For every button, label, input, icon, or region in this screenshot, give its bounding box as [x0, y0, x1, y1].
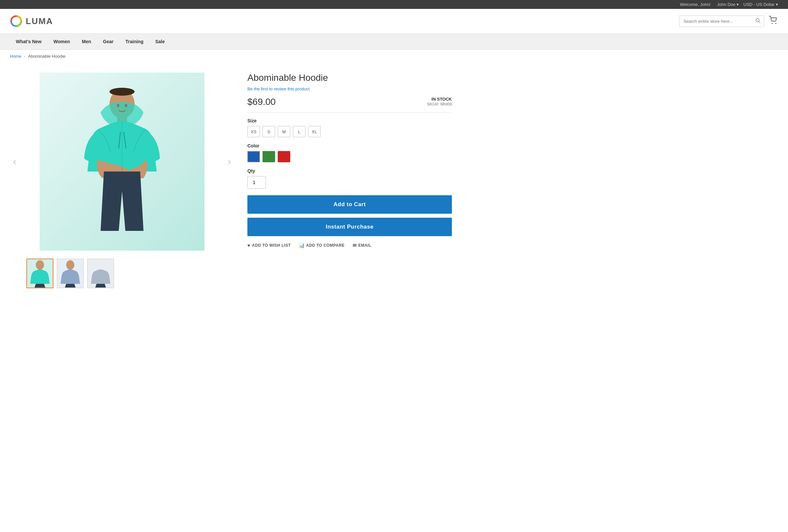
nav-item-training[interactable]: Training — [119, 34, 149, 50]
gallery-prev-button[interactable]: ‹ — [10, 153, 19, 170]
svg-point-4 — [775, 23, 776, 24]
search-box — [679, 16, 764, 27]
currency-menu[interactable]: USD - US Dollar ▾ — [744, 2, 778, 7]
main-product-image — [40, 73, 204, 251]
header-right — [679, 16, 778, 27]
breadcrumb-separator: › — [24, 54, 25, 59]
heart-icon: ♥ — [248, 243, 250, 248]
email-link[interactable]: ✉ EMAIL — [353, 243, 371, 248]
product-title: Abominable Hoodie — [248, 73, 452, 83]
breadcrumb: Home › Abominable Hoodie — [0, 50, 788, 63]
size-s[interactable]: S — [262, 126, 275, 137]
product-sku: SKU#: MH09 — [427, 102, 452, 106]
action-links: ♥ ADD TO WISH LIST 📊 ADD TO COMPARE ✉ EM… — [248, 243, 452, 248]
main-image-container: ‹ — [10, 69, 234, 254]
svg-point-11 — [110, 88, 135, 96]
search-button[interactable] — [752, 16, 764, 27]
search-icon — [755, 18, 761, 23]
product-price: $69.00 — [248, 97, 276, 107]
qty-section: Qty — [248, 168, 452, 189]
search-input[interactable] — [679, 17, 752, 26]
thumbnails — [10, 254, 234, 288]
color-green[interactable] — [262, 151, 275, 162]
svg-point-15 — [66, 260, 75, 270]
size-xs[interactable]: XS — [248, 126, 260, 137]
size-label: Size — [248, 118, 452, 123]
thumbnail-1[interactable] — [26, 259, 54, 288]
gallery-next-button[interactable]: › — [224, 153, 234, 170]
nav-item-men[interactable]: Men — [76, 34, 97, 50]
nav-item-sale[interactable]: Sale — [150, 34, 171, 50]
welcome-text: Welcome, John! — [680, 2, 710, 7]
svg-point-13 — [36, 260, 44, 270]
color-section: Color — [248, 143, 452, 162]
product-details: Abominable Hoodie Be the first to review… — [248, 69, 452, 288]
top-bar: Welcome, John! John Doe ▾ USD - US Dolla… — [0, 0, 788, 9]
email-icon: ✉ — [353, 243, 357, 248]
size-m[interactable]: M — [278, 126, 290, 137]
nav-item-whats-new[interactable]: What's New — [10, 34, 47, 50]
color-blue[interactable] — [248, 151, 260, 162]
svg-line-2 — [759, 21, 760, 23]
size-options: XS S M L XL — [248, 126, 452, 137]
stock-status: IN STOCK — [427, 97, 452, 102]
svg-point-3 — [772, 23, 773, 24]
breadcrumb-home[interactable]: Home — [10, 54, 21, 59]
color-red[interactable] — [278, 151, 290, 162]
thumbnail-image-1 — [27, 259, 53, 288]
thumbnail-image-2 — [57, 259, 83, 288]
price-row: $69.00 IN STOCK SKU#: MH09 — [248, 97, 452, 113]
main-content: ‹ — [0, 63, 462, 301]
nav-item-gear[interactable]: Gear — [97, 34, 119, 50]
stock-info: IN STOCK SKU#: MH09 — [427, 97, 452, 106]
thumbnail-2[interactable] — [57, 259, 84, 288]
user-menu[interactable]: John Doe ▾ — [717, 2, 740, 7]
product-gallery: ‹ — [10, 69, 234, 288]
color-label: Color — [248, 143, 452, 149]
compare-link[interactable]: 📊 ADD TO COMPARE — [299, 243, 345, 248]
thumbnail-image-3 — [88, 259, 114, 288]
cart-button[interactable] — [769, 16, 778, 26]
instant-purchase-button[interactable]: Instant Purchase — [248, 218, 452, 236]
size-section: Size XS S M L XL — [248, 118, 452, 137]
qty-input[interactable] — [248, 176, 266, 189]
qty-label: Qty — [248, 168, 452, 174]
add-to-cart-button[interactable]: Add to Cart — [248, 195, 452, 214]
size-l[interactable]: L — [293, 126, 306, 137]
main-nav: What's New Women Men Gear Training Sale — [0, 34, 788, 50]
svg-point-9 — [117, 104, 119, 107]
logo-icon — [10, 15, 22, 27]
nav-item-women[interactable]: Women — [47, 34, 76, 50]
header: LUMA — [0, 9, 788, 34]
logo-text: LUMA — [26, 16, 53, 26]
logo[interactable]: LUMA — [10, 15, 53, 27]
svg-point-10 — [125, 104, 127, 107]
thumbnail-3[interactable] — [87, 259, 114, 288]
breadcrumb-current: Abominable Hoodie — [28, 54, 65, 59]
cart-icon — [769, 16, 778, 24]
review-link[interactable]: Be the first to review this product — [248, 86, 452, 91]
product-image-svg — [73, 86, 172, 237]
compare-icon: 📊 — [299, 243, 305, 248]
color-options — [248, 151, 452, 162]
size-xl[interactable]: XL — [308, 126, 321, 137]
wish-list-link[interactable]: ♥ ADD TO WISH LIST — [248, 243, 291, 248]
